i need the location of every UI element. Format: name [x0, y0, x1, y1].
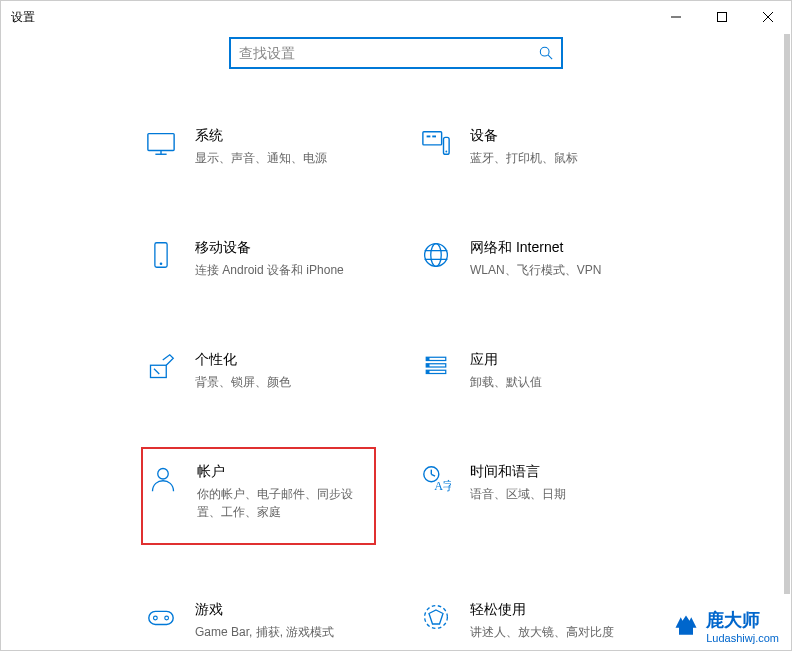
category-desc: 语音、区域、日期: [470, 485, 640, 503]
svg-rect-10: [427, 136, 431, 138]
svg-point-4: [540, 47, 549, 56]
watermark-logo-icon: [672, 612, 700, 640]
monitor-icon: [145, 127, 177, 159]
category-time[interactable]: A字时间和语言语音、区域、日期: [416, 455, 651, 537]
category-apps[interactable]: 应用卸载、默认值: [416, 343, 651, 399]
svg-line-30: [431, 474, 435, 476]
category-title: 移动设备: [195, 239, 372, 257]
search-input[interactable]: [239, 45, 539, 61]
person-icon: [147, 463, 179, 495]
svg-rect-1: [718, 13, 727, 22]
category-desc: 显示、声音、通知、电源: [195, 149, 365, 167]
category-text: 设备蓝牙、打印机、鼠标: [470, 127, 647, 167]
svg-rect-11: [432, 136, 436, 138]
svg-point-16: [425, 244, 448, 267]
category-desc: 卸载、默认值: [470, 373, 640, 391]
search-icon: [539, 46, 553, 60]
window-controls: [653, 1, 791, 33]
svg-point-17: [431, 244, 442, 267]
category-desc: 蓝牙、打印机、鼠标: [470, 149, 640, 167]
maximize-button[interactable]: [699, 1, 745, 33]
category-gaming[interactable]: 游戏Game Bar, 捕获, 游戏模式: [141, 593, 376, 649]
category-title: 游戏: [195, 601, 372, 619]
category-devices[interactable]: 设备蓝牙、打印机、鼠标: [416, 119, 651, 175]
svg-point-15: [160, 262, 163, 265]
category-title: 时间和语言: [470, 463, 647, 481]
category-text: 网络和 InternetWLAN、飞行模式、VPN: [470, 239, 647, 279]
svg-rect-32: [149, 611, 173, 624]
category-network[interactable]: 网络和 InternetWLAN、飞行模式、VPN: [416, 231, 651, 287]
svg-rect-25: [426, 364, 429, 367]
svg-point-13: [445, 151, 447, 153]
search-box[interactable]: [229, 37, 563, 69]
accessibility-icon: [420, 601, 452, 633]
category-text: 帐户你的帐户、电子邮件、同步设置、工作、家庭: [197, 463, 370, 521]
watermark: 鹿大师 Ludashiwj.com: [672, 608, 779, 644]
minimize-button[interactable]: [653, 1, 699, 33]
svg-point-35: [425, 606, 448, 629]
window-title: 设置: [11, 9, 35, 26]
minimize-icon: [671, 12, 681, 22]
svg-point-33: [154, 616, 158, 620]
time-language-icon: A字: [420, 463, 452, 495]
watermark-url: Ludashiwj.com: [706, 632, 779, 644]
category-title: 系统: [195, 127, 372, 145]
category-title: 帐户: [197, 463, 370, 481]
category-desc: Game Bar, 捕获, 游戏模式: [195, 623, 365, 641]
pen-icon: [145, 351, 177, 383]
scrollbar[interactable]: [784, 34, 790, 594]
category-title: 应用: [470, 351, 647, 369]
apps-icon: [420, 351, 452, 383]
svg-point-34: [165, 616, 169, 620]
svg-rect-6: [148, 134, 174, 151]
svg-line-5: [548, 55, 552, 59]
category-text: 时间和语言语音、区域、日期: [470, 463, 647, 503]
category-text: 移动设备连接 Android 设备和 iPhone: [195, 239, 372, 279]
titlebar: 设置: [1, 1, 791, 33]
gamepad-icon: [145, 601, 177, 633]
category-text: 游戏Game Bar, 捕获, 游戏模式: [195, 601, 372, 641]
svg-rect-24: [426, 357, 429, 360]
phone-icon: [145, 239, 177, 271]
devices-icon: [420, 127, 452, 159]
close-button[interactable]: [745, 1, 791, 33]
category-desc: 背景、锁屏、颜色: [195, 373, 365, 391]
watermark-brand: 鹿大师: [706, 608, 760, 632]
category-title: 设备: [470, 127, 647, 145]
category-desc: 你的帐户、电子邮件、同步设置、工作、家庭: [197, 485, 367, 521]
maximize-icon: [717, 12, 727, 22]
category-phone[interactable]: 移动设备连接 Android 设备和 iPhone: [141, 231, 376, 287]
category-accounts[interactable]: 帐户你的帐户、电子邮件、同步设置、工作、家庭: [141, 447, 376, 545]
svg-rect-20: [151, 365, 167, 377]
close-icon: [763, 12, 773, 22]
category-desc: WLAN、飞行模式、VPN: [470, 261, 640, 279]
svg-text:A字: A字: [434, 479, 451, 493]
category-text: 轻松使用讲述人、放大镜、高对比度: [470, 601, 647, 641]
category-text: 个性化背景、锁屏、颜色: [195, 351, 372, 391]
category-title: 轻松使用: [470, 601, 647, 619]
category-title: 个性化: [195, 351, 372, 369]
svg-rect-9: [423, 132, 442, 145]
category-title: 网络和 Internet: [470, 239, 647, 257]
search-container: [1, 37, 791, 69]
category-text: 系统显示、声音、通知、电源: [195, 127, 372, 167]
category-system[interactable]: 系统显示、声音、通知、电源: [141, 119, 376, 175]
svg-rect-26: [426, 370, 429, 373]
category-personalization[interactable]: 个性化背景、锁屏、颜色: [141, 343, 376, 399]
category-desc: 讲述人、放大镜、高对比度: [470, 623, 640, 641]
globe-icon: [420, 239, 452, 271]
category-text: 应用卸载、默认值: [470, 351, 647, 391]
category-accessibility[interactable]: 轻松使用讲述人、放大镜、高对比度: [416, 593, 651, 649]
categories-grid: 系统显示、声音、通知、电源设备蓝牙、打印机、鼠标移动设备连接 Android 设…: [1, 119, 791, 649]
svg-point-27: [158, 469, 169, 480]
category-desc: 连接 Android 设备和 iPhone: [195, 261, 365, 279]
